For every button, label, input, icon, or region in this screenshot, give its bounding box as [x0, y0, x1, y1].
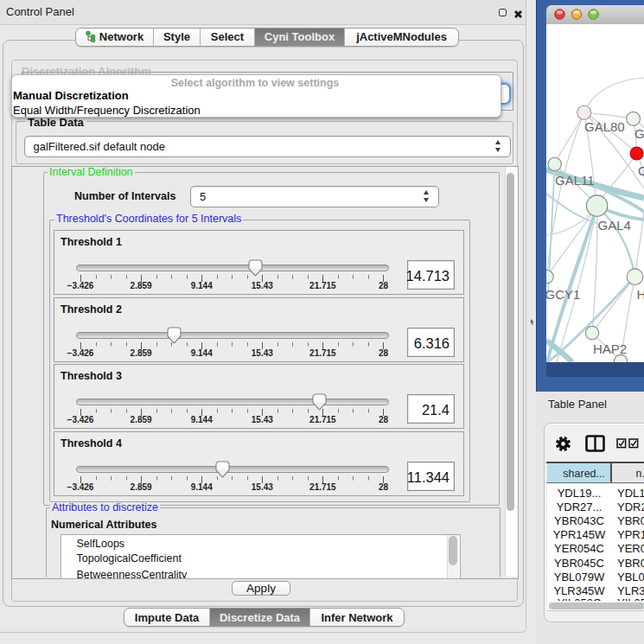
svg-text:H: H — [637, 287, 644, 302]
svg-text:GAL: GAL — [634, 125, 644, 140]
svg-text:HAP2: HAP2 — [593, 341, 627, 356]
svg-text:GAL4: GAL4 — [598, 217, 631, 232]
svg-text:GAL11: GAL11 — [555, 172, 595, 187]
svg-text:C: C — [638, 163, 644, 177]
svg-text:GAL80: GAL80 — [584, 119, 625, 134]
svg-text:GCY1: GCY1 — [546, 287, 580, 302]
